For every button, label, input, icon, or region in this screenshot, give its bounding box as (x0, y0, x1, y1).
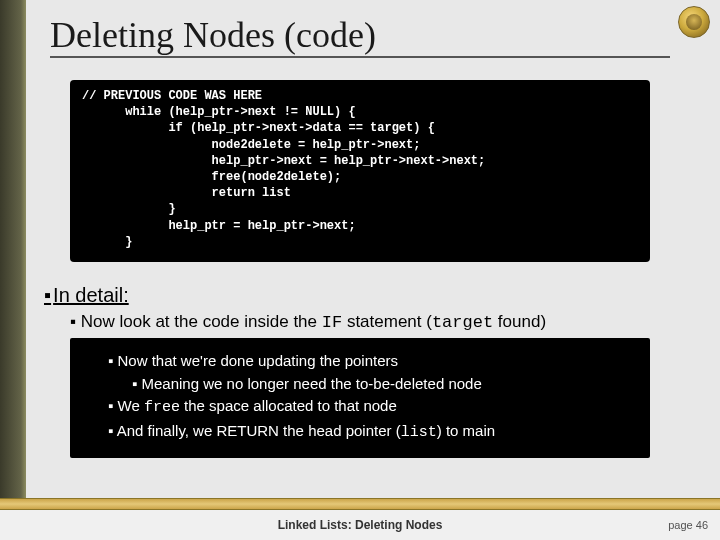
footer-title: Linked Lists: Deleting Nodes (278, 518, 443, 532)
text: Now look at the code inside the (81, 312, 322, 331)
code-line: free(node2delete); (82, 170, 341, 184)
bullet-text: the space allocated to that node (180, 397, 397, 414)
detail-heading: ▪In detail: (44, 284, 129, 307)
detail-subline: ▪ Now look at the code inside the IF sta… (70, 312, 546, 332)
bullet-text: Meaning we no longer need the to-be-dele… (142, 375, 482, 392)
bullet-text: We (118, 397, 144, 414)
bullet-icon: ▪ (108, 352, 113, 369)
text: statement ( (342, 312, 432, 331)
bullet-row: ▪ We free the space allocated to that no… (84, 395, 636, 420)
code-line: node2delete = help_ptr->next; (82, 138, 420, 152)
code-line: while (help_ptr->next != NULL) { (82, 105, 356, 119)
bullet-icon: ▪ (70, 312, 76, 331)
bullet-icon: ▪ (108, 397, 113, 414)
bullet-icon: ▪ (132, 375, 137, 392)
bullet-row: ▪ Meaning we no longer need the to-be-de… (84, 373, 636, 396)
code-block: // PREVIOUS CODE WAS HERE while (help_pt… (70, 80, 650, 262)
left-edge-decoration (0, 0, 26, 540)
detail-heading-text: In detail: (53, 284, 129, 306)
slide: Deleting Nodes (code) // PREVIOUS CODE W… (0, 0, 720, 540)
bullet-icon: ▪ (44, 284, 51, 306)
code-line: // PREVIOUS CODE WAS HERE (82, 89, 262, 103)
code-inline: list (401, 424, 437, 441)
bullet-text: Now that we're done updating the pointer… (118, 352, 399, 369)
code-inline: free (144, 399, 180, 416)
gold-strip-decoration (0, 498, 720, 510)
page-number: page 46 (668, 519, 708, 531)
code-inline: IF (322, 313, 342, 332)
code-line: } (82, 202, 176, 216)
code-line: } (82, 235, 132, 249)
code-line: if (help_ptr->next->data == target) { (82, 121, 435, 135)
bullet-row: ▪ And finally, we RETURN the head pointe… (84, 420, 636, 445)
emblem-icon (678, 6, 710, 38)
code-line: help_ptr->next = help_ptr->next->next; (82, 154, 485, 168)
bullet-icon: ▪ (108, 422, 113, 439)
bullet-text: ) to main (437, 422, 495, 439)
code-inline: target (432, 313, 493, 332)
text: found) (493, 312, 546, 331)
bullet-text: And finally, we RETURN the head pointer … (117, 422, 401, 439)
detail-box: ▪ Now that we're done updating the point… (70, 338, 650, 458)
bullet-row: ▪ Now that we're done updating the point… (84, 350, 636, 373)
slide-title: Deleting Nodes (code) (50, 14, 670, 58)
code-line: return list (82, 186, 291, 200)
footer: Linked Lists: Deleting Nodes page 46 (0, 510, 720, 540)
code-line: help_ptr = help_ptr->next; (82, 219, 356, 233)
